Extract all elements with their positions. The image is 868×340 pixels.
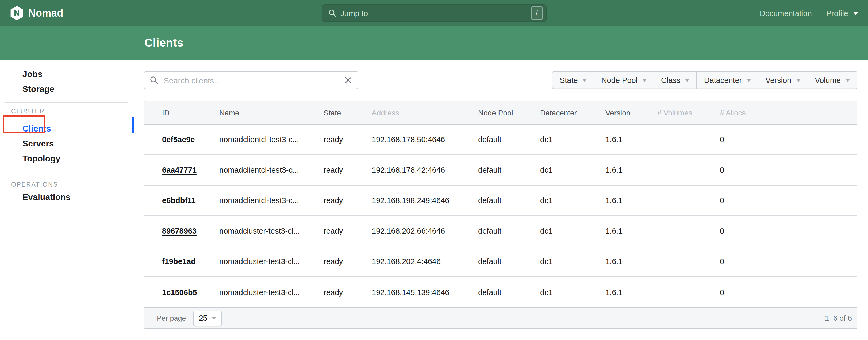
column-header-address: Address [372,108,478,117]
client-state: ready [323,196,372,205]
top-navbar: Nomad Jump to / Documentation Profile [0,0,868,26]
column-header-version[interactable]: Version [606,108,657,117]
client-id-link[interactable]: 6aa47771 [162,166,196,174]
navbar-separator [819,8,819,18]
jump-to-label: Jump to [340,9,368,18]
client-allocs: 0 [720,227,857,235]
client-allocs: 0 [720,257,857,266]
sidebar-item-servers[interactable]: Servers [0,136,133,151]
client-datacenter: dc1 [540,166,606,174]
client-id-link[interactable]: 0ef5ae9e [162,135,195,144]
client-id-cell: 89678963 [145,227,219,235]
page-range: 1–6 of 6 [825,314,852,322]
client-datacenter: dc1 [540,196,606,205]
profile-menu[interactable]: Profile [826,9,858,18]
search-icon [328,9,336,17]
jump-to-search[interactable]: Jump to / [322,4,546,22]
nomad-brand-link[interactable]: Nomad [10,0,63,26]
sidebar-item-clients[interactable]: Clients [0,121,133,136]
client-datacenter: dc1 [540,288,606,297]
client-id-cell: 1c1506b5 [145,288,219,297]
sidebar-item-storage[interactable]: Storage [0,82,133,97]
filter-class-button[interactable]: Class [654,71,697,89]
table-row[interactable]: f19be1ad nomadcluster-test3-cl... ready … [145,246,857,277]
chevron-down-icon [583,79,587,82]
client-address: 192.168.178.50:4646 [372,135,478,144]
client-state: ready [323,166,372,174]
table-body: 0ef5ae9e nomadclientcl-test3-c... ready … [145,125,857,307]
client-state: ready [323,227,372,235]
filter-state-button[interactable]: State [552,71,594,89]
client-state: ready [323,257,372,266]
client-address: 192.168.145.139:4646 [372,288,478,297]
client-id-cell: e6bdbf11 [145,196,219,205]
documentation-link[interactable]: Documentation [760,9,812,18]
client-allocs: 0 [720,166,857,174]
per-page-label: Per page [157,314,186,322]
client-version: 1.6.1 [606,257,657,266]
brand-label: Nomad [28,7,63,19]
client-name: nomadcluster-test3-cl... [219,257,323,266]
chevron-down-icon [212,317,216,319]
client-node-pool: default [478,288,540,297]
sidebar-item-evaluations[interactable]: Evaluations [0,190,133,205]
column-header-name[interactable]: Name [219,108,323,117]
client-node-pool: default [478,257,540,266]
chevron-down-icon [747,79,751,82]
sidebar-item-topology[interactable]: Topology [0,151,133,166]
chevron-down-icon [642,79,647,82]
client-version: 1.6.1 [606,166,657,174]
column-header-id[interactable]: ID [145,108,219,117]
profile-label: Profile [826,9,848,18]
slash-shortcut-badge: / [531,6,542,20]
client-address: 192.168.202.66:4646 [372,227,478,235]
filter-node-pool-button[interactable]: Node Pool [594,71,654,89]
client-datacenter: dc1 [540,135,606,144]
per-page-value: 25 [199,314,207,322]
client-id-cell: 0ef5ae9e [145,135,219,144]
chevron-down-icon [845,79,850,82]
sidebar: Jobs Storage CLUSTER Clients Servers Top… [0,60,133,340]
client-id-link[interactable]: e6bdbf11 [162,196,196,205]
client-version: 1.6.1 [606,288,657,297]
client-version: 1.6.1 [606,227,657,235]
client-datacenter: dc1 [540,257,606,266]
client-id-link[interactable]: f19be1ad [162,257,196,266]
app-viewport: Nomad Jump to / Documentation Profile Cl… [0,0,868,340]
client-version: 1.6.1 [606,196,657,205]
client-datacenter: dc1 [540,227,606,235]
client-id-link[interactable]: 1c1506b5 [162,288,197,297]
toolbar: State Node Pool Class Datacenter [144,71,857,89]
clients-search-input[interactable] [163,75,344,85]
client-allocs: 0 [720,135,857,144]
table-row[interactable]: 0ef5ae9e nomadclientcl-test3-c... ready … [145,125,857,155]
clear-search-button[interactable] [344,76,352,85]
client-allocs: 0 [720,288,857,297]
client-id-cell: 6aa47771 [145,166,219,174]
client-address: 192.168.202.4:4646 [372,257,478,266]
client-node-pool: default [478,166,540,174]
client-node-pool: default [478,135,540,144]
table-row[interactable]: 1c1506b5 nomadcluster-test3-cl... ready … [145,277,857,307]
client-name: nomadcluster-test3-cl... [219,227,323,235]
client-node-pool: default [478,196,540,205]
table-row[interactable]: e6bdbf11 nomadclientcl-test3-c... ready … [145,186,857,216]
filter-volume-button[interactable]: Volume [808,71,857,89]
navbar-links: Documentation Profile [760,0,858,26]
filter-datacenter-button[interactable]: Datacenter [697,71,758,89]
chevron-down-icon [853,11,858,15]
main-content: State Node Pool Class Datacenter [133,60,868,340]
table-row[interactable]: 6aa47771 nomadclientcl-test3-c... ready … [145,155,857,186]
column-header-state[interactable]: State [323,108,372,117]
table-row[interactable]: 89678963 nomadcluster-test3-cl... ready … [145,216,857,246]
filter-version-button[interactable]: Version [758,71,808,89]
per-page-select[interactable]: 25 [193,310,222,326]
sidebar-item-jobs[interactable]: Jobs [0,67,133,82]
client-name: nomadclientcl-test3-c... [219,196,323,205]
client-id-link[interactable]: 89678963 [162,227,196,235]
column-header-node-pool[interactable]: Node Pool [478,108,540,117]
sidebar-divider [5,172,128,172]
client-node-pool: default [478,227,540,235]
client-address: 192.168.198.249:4646 [372,196,478,205]
column-header-datacenter[interactable]: Datacenter [540,108,606,117]
